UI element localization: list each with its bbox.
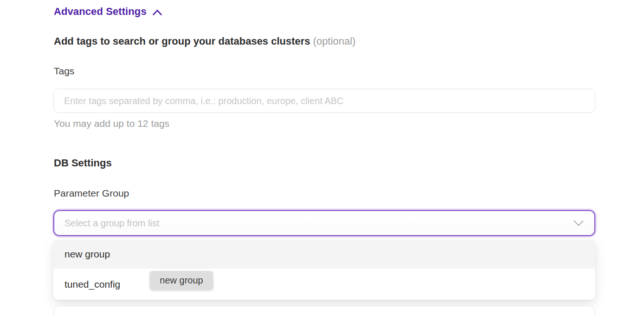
dropdown-option-tuned-config[interactable]: tuned_config <box>53 269 595 300</box>
tags-input[interactable] <box>53 89 595 113</box>
chevron-up-icon <box>152 7 162 16</box>
option-tooltip: new group <box>150 271 213 290</box>
bottom-section-card: Manage Group settings <box>53 306 595 316</box>
tags-helper-text: You may add up to 12 tags <box>54 118 169 129</box>
parameter-group-select[interactable]: Select a group from list <box>53 210 595 236</box>
parameter-group-label: Parameter Group <box>54 188 129 199</box>
dropdown-option-new-group[interactable]: new group <box>53 240 595 269</box>
tags-section-heading: Add tags to search or group your databas… <box>54 35 355 47</box>
tags-heading-optional: (optional) <box>313 35 356 47</box>
advanced-settings-toggle[interactable]: Advanced Settings <box>54 6 162 18</box>
advanced-settings-label: Advanced Settings <box>54 6 147 18</box>
advanced-settings-panel: Advanced Settings Add tags to search or … <box>0 0 644 316</box>
chevron-down-icon <box>573 220 584 227</box>
parameter-group-select-placeholder: Select a group from list <box>64 218 573 229</box>
tags-heading-text: Add tags to search or group your databas… <box>54 35 310 47</box>
parameter-group-dropdown: new group tuned_config <box>53 240 595 300</box>
tags-label: Tags <box>54 66 74 77</box>
db-settings-heading: DB Settings <box>54 157 112 169</box>
